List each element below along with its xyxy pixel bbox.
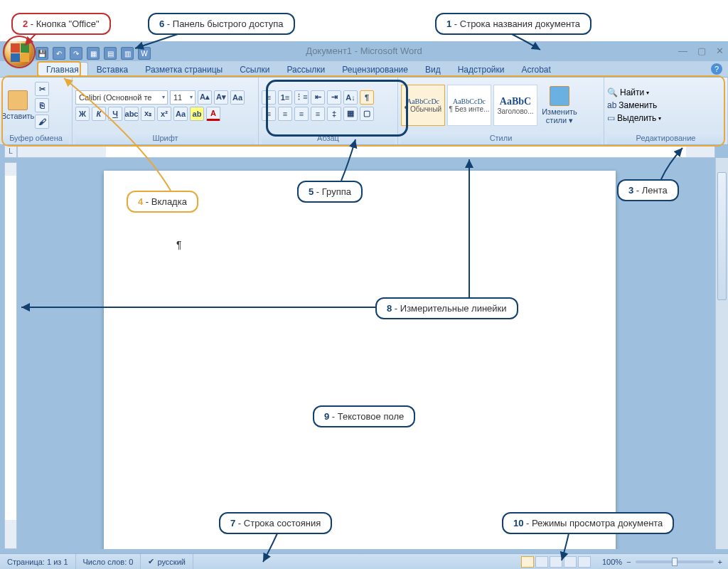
align-right-icon[interactable]: ≡	[294, 107, 309, 121]
scroll-thumb[interactable]	[717, 172, 727, 300]
zoom-out-icon[interactable]: −	[626, 558, 631, 566]
line-spacing-icon[interactable]: ‡	[327, 107, 341, 121]
change-styles-label: Изменитьстили ▾	[542, 107, 577, 124]
tab-home[interactable]: Главная	[37, 62, 88, 77]
view-outline[interactable]	[564, 556, 577, 568]
tab-review[interactable]: Рецензирование	[333, 63, 417, 77]
zoom-slider[interactable]	[636, 560, 714, 563]
find-button[interactable]: 🔍Найти▾	[607, 87, 661, 97]
view-print-layout[interactable]	[521, 556, 534, 568]
document-area: ¶	[17, 158, 715, 549]
status-words[interactable]: Число слов: 0	[76, 554, 141, 569]
grow-font-icon[interactable]: A▴	[198, 90, 212, 105]
redo-icon[interactable]: ↷	[70, 47, 82, 60]
close-icon[interactable]: ✕	[716, 46, 724, 56]
callout-10: 10 - Режимы просмотра документа	[502, 512, 674, 534]
replace-button[interactable]: abЗаменить	[607, 100, 661, 110]
indent-dec-icon[interactable]: ⇤	[311, 90, 325, 105]
justify-icon[interactable]: ≡	[311, 107, 325, 121]
font-family-combo[interactable]: Calibri (Основной те	[75, 90, 168, 105]
select-button[interactable]: ▭Выделить▾	[607, 113, 661, 123]
paste-label: Вставить	[1, 112, 35, 120]
align-left-icon[interactable]: ≡	[262, 107, 276, 121]
font-size-combo[interactable]: 11	[170, 90, 196, 105]
tab-view[interactable]: Вид	[417, 63, 449, 77]
format-painter-icon[interactable]: 🖌	[35, 115, 49, 129]
copy-icon[interactable]: ⎘	[35, 98, 49, 112]
style-normal[interactable]: AaBbCcDc¶ Обычный	[401, 85, 445, 126]
callout-4: 4 - Вкладка	[127, 191, 198, 213]
cut-icon[interactable]: ✂	[35, 82, 49, 96]
subscript-icon[interactable]: x₂	[141, 107, 155, 121]
sort-icon[interactable]: A↓	[343, 90, 358, 105]
callout-5: 5 - Группа	[297, 181, 363, 203]
status-language[interactable]: ✔русский	[141, 554, 193, 569]
vertical-ruler[interactable]	[4, 162, 17, 549]
shading-icon[interactable]: ▦	[343, 107, 358, 121]
callout-6: 6 - Панель быстрого доступа	[148, 13, 295, 35]
strike-button[interactable]: abc	[124, 107, 139, 121]
group-clipboard: Вставить ✂ ⎘ 🖌 Буфер обмена	[0, 78, 73, 144]
view-draft[interactable]	[578, 556, 591, 568]
ribbon-tabs: Главная Вставка Разметка страницы Ссылки…	[0, 61, 728, 77]
change-styles-button[interactable]: Изменитьстили ▾	[540, 83, 579, 127]
zoom-value[interactable]: 100%	[602, 558, 622, 566]
bold-button[interactable]: Ж	[75, 107, 90, 121]
group-label: Буфер обмена	[3, 132, 69, 144]
numbering-icon[interactable]: 1≡	[278, 90, 292, 105]
view-fullscreen[interactable]	[535, 556, 548, 568]
underline-button[interactable]: Ч	[108, 107, 122, 121]
tab-insert[interactable]: Вставка	[88, 63, 137, 77]
ruler-toggle-icon[interactable]: L	[4, 145, 17, 158]
vertical-scrollbar[interactable]	[715, 158, 728, 549]
group-label: Абзац	[262, 132, 395, 144]
align-center-icon[interactable]: ≡	[278, 107, 292, 121]
tab-acrobat[interactable]: Acrobat	[513, 63, 560, 77]
paste-button[interactable]: Вставить	[3, 83, 33, 127]
tab-references[interactable]: Ссылки	[231, 63, 278, 77]
tab-mailings[interactable]: Рассылки	[278, 63, 333, 77]
qat-icon[interactable]: ▦	[87, 47, 100, 60]
office-logo-icon	[11, 43, 29, 62]
group-label: Шрифт	[75, 132, 255, 144]
pilcrow-icon: ¶	[176, 239, 182, 250]
callout-2: 2 - Кнопка "Office"	[11, 13, 111, 35]
highlight-color-icon[interactable]: ab	[190, 107, 204, 121]
save-icon[interactable]: 💾	[36, 47, 48, 60]
qat-icon[interactable]: ▥	[121, 47, 134, 60]
maximize-icon[interactable]: ▢	[697, 46, 706, 56]
multilevel-icon[interactable]: ⋮≡	[294, 90, 309, 105]
status-bar: Страница: 1 из 1 Число слов: 0 ✔русский …	[0, 553, 728, 569]
quick-access-toolbar: 💾 ↶ ↷ ▦ ▤ ▥ W	[36, 46, 151, 61]
borders-icon[interactable]: ▢	[360, 107, 374, 121]
style-heading[interactable]: AaBbCЗаголово...	[493, 85, 537, 126]
office-button[interactable]	[4, 37, 34, 67]
page[interactable]: ¶	[104, 171, 616, 549]
font-color-icon[interactable]: A	[206, 107, 220, 121]
style-no-spacing[interactable]: AaBbCcDc¶ Без инте...	[447, 85, 491, 126]
callout-7: 7 - Строка состояния	[219, 512, 332, 534]
horizontal-ruler[interactable]	[17, 145, 715, 158]
change-case-icon[interactable]: Aa	[173, 107, 188, 121]
change-styles-icon	[550, 86, 569, 106]
minimize-icon[interactable]: —	[678, 46, 687, 56]
tab-page-layout[interactable]: Разметка страницы	[136, 63, 231, 77]
bullets-icon[interactable]: ≡	[262, 90, 276, 105]
ribbon: Вставить ✂ ⎘ 🖌 Буфер обмена Calibri (Осн…	[0, 77, 728, 145]
qat-icon[interactable]: ▤	[104, 47, 117, 60]
callout-9: 9 - Текстовое поле	[313, 405, 415, 427]
shrink-font-icon[interactable]: A▾	[214, 90, 228, 105]
tab-addins[interactable]: Надстройки	[449, 63, 513, 77]
help-icon[interactable]: ?	[711, 63, 722, 75]
view-web[interactable]	[550, 556, 562, 568]
callout-8: 8 - Измерительные линейки	[375, 297, 518, 319]
show-marks-icon[interactable]: ¶	[360, 90, 374, 105]
italic-button[interactable]: К	[92, 107, 106, 121]
qat-icon[interactable]: W	[138, 47, 151, 60]
clear-format-icon[interactable]: Aa	[230, 90, 245, 105]
undo-icon[interactable]: ↶	[53, 47, 65, 60]
indent-inc-icon[interactable]: ⇥	[327, 90, 341, 105]
status-page[interactable]: Страница: 1 из 1	[0, 554, 76, 569]
zoom-in-icon[interactable]: +	[718, 558, 722, 566]
superscript-icon[interactable]: x²	[157, 107, 171, 121]
